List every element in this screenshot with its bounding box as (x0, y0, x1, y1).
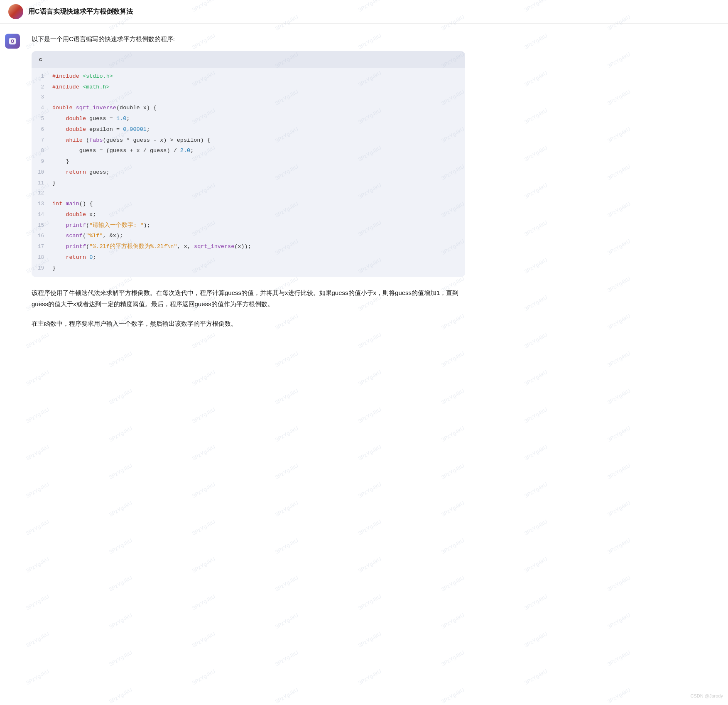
line-code: } (52, 178, 465, 188)
header-avatar (8, 4, 23, 19)
line-code: while (fabs(guess * guess - x) > epsilon… (52, 135, 465, 145)
line-number: 1 (32, 72, 52, 81)
line-number: 11 (32, 179, 52, 188)
svg-point-2 (12, 40, 13, 42)
code-line: 6 double epsilon = 0.00001; (32, 124, 465, 135)
header-title: 用C语言实现快速求平方根倒数算法 (28, 6, 133, 17)
code-line: 18 return 0; (32, 252, 465, 263)
line-code: } (52, 157, 465, 167)
line-number: 9 (32, 157, 52, 167)
code-line: 3 (32, 93, 465, 103)
line-code: double epsilon = 0.00001; (52, 125, 465, 135)
code-line: 15 printf("请输入一个数字: "); (32, 220, 465, 231)
line-code: int main() { (52, 199, 465, 209)
code-line: 2#include <math.h> (32, 82, 465, 93)
line-code: double x; (52, 210, 465, 220)
code-line: 4double sqrt_inverse(double x) { (32, 103, 465, 113)
code-line: 7 while (fabs(guess * guess - x) > epsil… (32, 135, 465, 146)
line-code: double sqrt_inverse(double x) { (52, 103, 465, 113)
code-line: 17 printf("%.2lf的平方根倒数为%.2lf\n", x, sqrt… (32, 241, 465, 252)
line-number: 16 (32, 232, 52, 241)
line-code: return guess; (52, 167, 465, 177)
line-code: double guess = 1.0; (52, 114, 465, 124)
line-code: #include <stdio.h> (52, 71, 465, 81)
line-number: 17 (32, 243, 52, 252)
main-content: 以下是一个用C语言编写的快速求平方根倒数的程序: c 1#include <st… (0, 24, 728, 354)
code-line: 11} (32, 178, 465, 189)
line-number: 10 (32, 168, 52, 177)
explanation-paragraph: 在主函数中，程序要求用户输入一个数字，然后输出该数字的平方根倒数。 (32, 318, 465, 329)
line-code: printf("%.2lf的平方根倒数为%.2lf\n", x, sqrt_in… (52, 242, 465, 252)
code-line: 16 scanf("%lf", &x); (32, 231, 465, 241)
code-line: 19} (32, 263, 465, 274)
code-line: 12 (32, 189, 465, 199)
code-line: 13int main() { (32, 199, 465, 209)
code-line: 10 return guess; (32, 167, 465, 178)
line-number: 14 (32, 211, 52, 220)
line-code: } (52, 263, 465, 273)
code-line: 9 } (32, 156, 465, 167)
code-line: 14 double x; (32, 209, 465, 220)
line-number: 2 (32, 83, 52, 92)
intro-text: 以下是一个用C语言编写的快速求平方根倒数的程序: (32, 34, 465, 44)
line-number: 3 (32, 93, 52, 102)
header: 用C语言实现快速求平方根倒数算法 (0, 0, 728, 24)
explanation-area: 该程序使用了牛顿迭代法来求解平方根倒数。在每次迭代中，程序计算guess的值，并… (32, 287, 465, 329)
line-number: 5 (32, 115, 52, 124)
code-line: 1#include <stdio.h> (32, 71, 465, 82)
line-code: #include <math.h> (52, 82, 465, 92)
content-area: 以下是一个用C语言编写的快速求平方根倒数的程序: c 1#include <st… (25, 24, 482, 354)
code-block-body: 1#include <stdio.h>2#include <math.h>34d… (32, 68, 465, 277)
csdn-watermark: CSDN @Jarody (691, 693, 723, 700)
code-language-label: c (32, 51, 465, 68)
line-number: 4 (32, 104, 52, 113)
line-number: 13 (32, 200, 52, 209)
line-code: guess = (guess + x / guess) / 2.0; (52, 146, 465, 156)
left-icon-area (0, 24, 25, 354)
line-number: 18 (32, 253, 52, 263)
line-number: 12 (32, 189, 52, 198)
line-number: 7 (32, 136, 52, 145)
code-line: 8 guess = (guess + x / guess) / 2.0; (32, 145, 465, 156)
ai-icon (5, 34, 20, 49)
line-number: 6 (32, 125, 52, 135)
line-code: return 0; (52, 253, 465, 263)
line-number: 8 (32, 147, 52, 156)
code-line: 5 double guess = 1.0; (32, 113, 465, 124)
explanation-paragraph: 该程序使用了牛顿迭代法来求解平方根倒数。在每次迭代中，程序计算guess的值，并… (32, 287, 465, 310)
code-block: c 1#include <stdio.h>2#include <math.h>3… (32, 51, 465, 277)
line-number: 19 (32, 264, 52, 273)
line-code: printf("请输入一个数字: "); (52, 221, 465, 231)
line-number: 15 (32, 221, 52, 231)
line-code: scanf("%lf", &x); (52, 231, 465, 241)
